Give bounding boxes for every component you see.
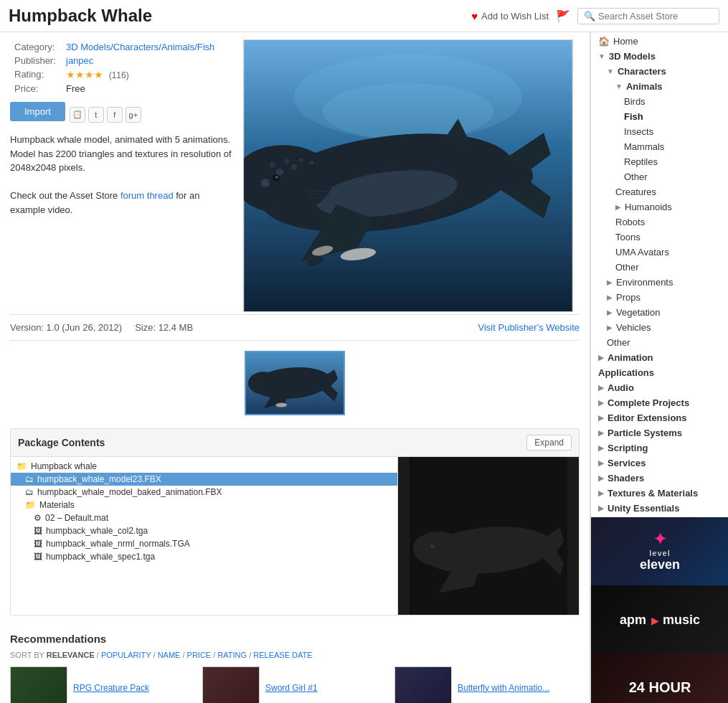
svg-point-7 bbox=[284, 159, 289, 164]
whale-image bbox=[243, 39, 573, 312]
sidebar-item-vegetation[interactable]: ▶ Vegetation bbox=[591, 305, 728, 320]
sidebar-item-props[interactable]: ▶ Props bbox=[591, 290, 728, 305]
sidebar-label: Home bbox=[613, 36, 638, 47]
category-link[interactable]: 3D Models/Characters/Animals/Fish bbox=[66, 42, 214, 52]
sidebar-item-other-3d[interactable]: Other bbox=[591, 335, 728, 350]
ad-apm-music[interactable]: apm ▶ music bbox=[591, 585, 728, 654]
ad-music-text: music bbox=[663, 613, 700, 627]
thumbnail-1[interactable] bbox=[245, 351, 345, 415]
package-contents-panel: Package Contents Expand 📁 Humpback whale… bbox=[10, 428, 580, 615]
sidebar-item-environments[interactable]: ▶ Environments bbox=[591, 275, 728, 290]
sidebar-item-editor-extensions[interactable]: ▶ Editor Extensions bbox=[591, 410, 728, 425]
tree-item[interactable]: ⚙ 02 – Default.mat bbox=[11, 511, 397, 524]
sort-name[interactable]: NAME bbox=[158, 651, 181, 659]
rating-row: Rating: ★★★★ (116) bbox=[11, 68, 217, 81]
sidebar-item-applications[interactable]: Applications bbox=[591, 365, 728, 380]
publisher-link[interactable]: janpec bbox=[66, 55, 93, 66]
sidebar-item-particle-systems[interactable]: ▶ Particle Systems bbox=[591, 425, 728, 440]
search-box: 🔍 bbox=[577, 8, 719, 24]
sidebar-item-vehicles[interactable]: ▶ Vehicles bbox=[591, 320, 728, 335]
sidebar-item-characters[interactable]: ▼ Characters bbox=[591, 64, 728, 79]
sidebar-item-services[interactable]: ▶ Services bbox=[591, 456, 728, 471]
rec-name-3[interactable]: Butterfly with Animatio... bbox=[458, 683, 549, 693]
expand-button[interactable]: Expand bbox=[526, 435, 572, 450]
ad-apm-text: apm bbox=[620, 613, 646, 627]
visit-publisher-link[interactable]: Visit Publisher's Website bbox=[478, 322, 580, 333]
tree-item[interactable]: 🗂 humpback_whale_model_baked_animation.F… bbox=[11, 486, 397, 499]
rec-name-1[interactable]: RPG Creature Pack bbox=[73, 683, 149, 693]
ad-24hour-text: 24 HOUR bbox=[629, 679, 691, 696]
sort-release-date[interactable]: RELEASE DATE bbox=[253, 651, 312, 659]
svg-point-12 bbox=[291, 164, 297, 170]
rec-thumb-1[interactable] bbox=[10, 666, 67, 703]
tree-item[interactable]: 🖼 humpback_whale_nrml_normals.TGA bbox=[11, 537, 397, 550]
arrow-right-icon: ▶ bbox=[598, 429, 604, 437]
sidebar-label: Animation bbox=[608, 352, 653, 363]
ad-play-icon: ▶ bbox=[651, 615, 658, 626]
sidebar-label: Vehicles bbox=[616, 322, 651, 333]
sidebar-item-birds[interactable]: Birds bbox=[591, 94, 728, 109]
sidebar-item-unity-essentials[interactable]: ▶ Unity Essentials bbox=[591, 501, 728, 516]
arrow-right-icon: ▶ bbox=[598, 354, 604, 362]
category-row: Category: 3D Models/Characters/Animals/F… bbox=[11, 41, 217, 53]
tree-item[interactable]: 🖼 humpback_whale_col2.tga bbox=[11, 524, 397, 537]
sidebar-item-3d-models[interactable]: ▼ 3D Models bbox=[591, 49, 728, 64]
sidebar-label: Applications bbox=[598, 367, 654, 378]
facebook-icon[interactable]: f bbox=[107, 107, 123, 123]
sort-popularity[interactable]: POPULARITY bbox=[101, 651, 151, 659]
wish-list-button[interactable]: ♥ Add to Wish List bbox=[471, 10, 549, 22]
rec-item-2: Sword Girl #1 bbox=[202, 666, 387, 703]
flag-button[interactable]: 🚩 bbox=[556, 9, 570, 23]
sidebar-item-reptiles[interactable]: Reptiles bbox=[591, 154, 728, 169]
sidebar-item-insects[interactable]: Insects bbox=[591, 124, 728, 139]
sidebar-item-animation[interactable]: ▶ Animation bbox=[591, 350, 728, 365]
twitter-icon[interactable]: t bbox=[88, 107, 104, 123]
sort-price[interactable]: PRICE bbox=[187, 651, 212, 659]
header-right: ♥ Add to Wish List 🚩 🔍 bbox=[471, 8, 719, 24]
ad-level-eleven[interactable]: ✦ level eleven bbox=[591, 517, 728, 585]
tree-item[interactable]: 📁 Humpback whale bbox=[11, 460, 397, 473]
ad-24hour[interactable]: 24 HOUR bbox=[591, 654, 728, 703]
import-button[interactable]: Import bbox=[10, 102, 65, 121]
sidebar-label: Scripting bbox=[608, 443, 648, 453]
heart-icon: ♥ bbox=[471, 10, 478, 22]
sidebar-label: Characters bbox=[618, 66, 666, 77]
folder-icon: 📁 bbox=[25, 500, 36, 510]
sidebar-item-other-animals[interactable]: Other bbox=[591, 169, 728, 184]
main-image-container bbox=[243, 39, 580, 314]
sidebar-item-complete-projects[interactable]: ▶ Complete Projects bbox=[591, 395, 728, 410]
sidebar-item-creatures[interactable]: Creatures bbox=[591, 184, 728, 199]
sidebar-item-animals[interactable]: ▼ Animals bbox=[591, 79, 728, 94]
tree-item[interactable]: 🖼 humpback_whale_spec1.tga bbox=[11, 550, 397, 563]
rec-thumb-3[interactable] bbox=[394, 666, 452, 703]
sidebar-item-robots[interactable]: Robots bbox=[591, 214, 728, 230]
google-plus-icon[interactable]: g+ bbox=[126, 107, 141, 123]
rec-name-2[interactable]: Sword Girl #1 bbox=[265, 683, 318, 693]
rec-thumb-2[interactable] bbox=[202, 666, 260, 703]
sidebar-item-audio[interactable]: ▶ Audio bbox=[591, 380, 728, 395]
sidebar-item-uma-avatars[interactable]: UMA Avatars bbox=[591, 245, 728, 260]
sidebar-item-humanoids[interactable]: ▶ Humanoids bbox=[591, 199, 728, 214]
sidebar-item-other-characters[interactable]: Other bbox=[591, 260, 728, 275]
recommendations-title: Recommendations bbox=[10, 633, 580, 645]
search-input[interactable] bbox=[598, 11, 713, 22]
sidebar-label: Shaders bbox=[608, 473, 644, 483]
sidebar-item-shaders[interactable]: ▶ Shaders bbox=[591, 471, 728, 486]
recommendations-section: Recommendations SORT BY RELEVANCE / POPU… bbox=[10, 626, 580, 703]
file-name: 02 – Default.mat bbox=[45, 513, 108, 523]
sidebar-item-textures-materials[interactable]: ▶ Textures & Materials bbox=[591, 486, 728, 501]
sidebar-item-mammals[interactable]: Mammals bbox=[591, 139, 728, 154]
rating-count: (116) bbox=[109, 70, 129, 80]
arrow-right-icon: ▶ bbox=[607, 324, 613, 331]
tree-item[interactable]: 📁 Materials bbox=[11, 499, 397, 511]
package-body: 📁 Humpback whale 🗂 humpback_whale_model2… bbox=[11, 457, 579, 615]
sidebar-item-scripting[interactable]: ▶ Scripting bbox=[591, 440, 728, 456]
sidebar-item-toons[interactable]: Toons bbox=[591, 230, 728, 245]
forum-thread-link[interactable]: forum thread bbox=[120, 190, 174, 201]
sidebar-label: Textures & Materials bbox=[608, 488, 698, 499]
sort-rating[interactable]: RATING bbox=[217, 651, 247, 659]
tree-item[interactable]: 🗂 humpback_whale_model23.FBX bbox=[11, 473, 397, 486]
sidebar-item-home[interactable]: 🏠 Home bbox=[591, 34, 728, 49]
copy-icon[interactable]: 📋 bbox=[70, 107, 85, 123]
sidebar-item-fish[interactable]: Fish bbox=[591, 109, 728, 124]
